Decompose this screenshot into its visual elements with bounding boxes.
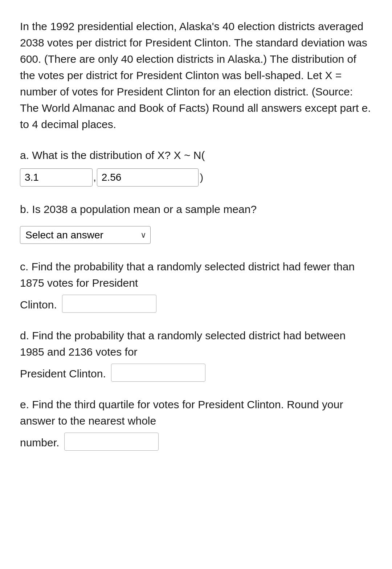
- section-d-label: d. Find the probability that a randomly …: [20, 327, 372, 360]
- section-d-label2: President Clinton.: [20, 365, 106, 382]
- part-a-input1[interactable]: [20, 168, 93, 187]
- section-d-answer-row: President Clinton.: [20, 364, 372, 382]
- section-a: a. What is the distribution of X? X ~ N(…: [20, 147, 372, 187]
- section-b-select-wrapper: Select an answer population mean sample …: [20, 226, 151, 244]
- part-d-input[interactable]: [111, 364, 205, 382]
- part-a-input2[interactable]: [97, 168, 199, 187]
- section-d: d. Find the probability that a randomly …: [20, 327, 372, 382]
- section-c-label: c. Find the probability that a randomly …: [20, 258, 372, 291]
- close-paren: ): [200, 172, 203, 183]
- part-e-input[interactable]: [64, 433, 159, 451]
- section-c: c. Find the probability that a randomly …: [20, 258, 372, 313]
- section-e-answer-row: number.: [20, 433, 372, 451]
- section-b: b. Is 2038 a population mean or a sample…: [20, 201, 372, 244]
- section-c-answer-row: Clinton.: [20, 295, 372, 313]
- problem-container: In the 1992 presidential election, Alask…: [20, 18, 372, 451]
- section-c-label2: Clinton.: [20, 296, 57, 313]
- part-b-select[interactable]: Select an answer population mean sample …: [20, 226, 151, 244]
- section-e: e. Find the third quartile for votes for…: [20, 396, 372, 451]
- part-c-input[interactable]: [62, 295, 156, 313]
- section-a-inputs: , ): [20, 168, 372, 187]
- section-a-label: a. What is the distribution of X? X ~ N(: [20, 147, 372, 163]
- intro-text: In the 1992 presidential election, Alask…: [20, 18, 372, 132]
- section-e-label2: number.: [20, 434, 59, 451]
- section-e-label: e. Find the third quartile for votes for…: [20, 396, 372, 429]
- comma-separator: ,: [93, 172, 96, 183]
- section-b-label: b. Is 2038 a population mean or a sample…: [20, 201, 372, 217]
